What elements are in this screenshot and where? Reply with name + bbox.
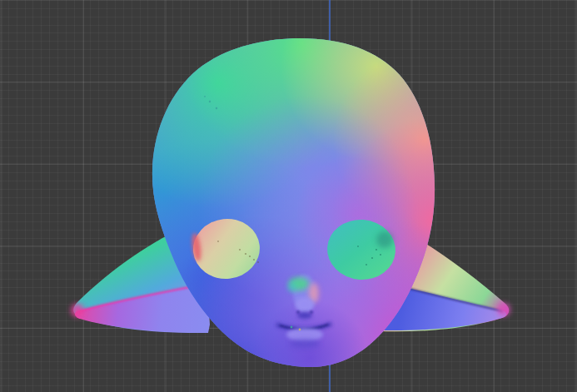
- left-ear-tip: [71, 304, 84, 317]
- scene-canvas: [0, 0, 577, 392]
- cranium: [125, 17, 475, 391]
- right-ear-tip: [497, 303, 510, 316]
- character-head-model[interactable]: [71, 17, 510, 391]
- 3d-viewport[interactable]: [0, 0, 577, 392]
